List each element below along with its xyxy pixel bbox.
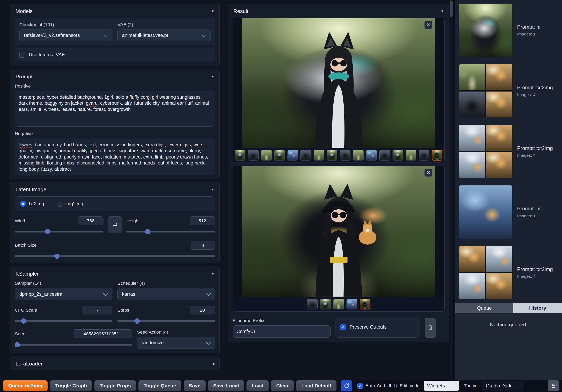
result-image-2[interactable]: ✕ xyxy=(242,166,435,297)
gallery-thumbnail[interactable] xyxy=(274,150,285,160)
gallery-thumbnail[interactable] xyxy=(261,150,272,160)
use-internal-vae-checkbox[interactable] xyxy=(19,52,25,58)
swap-dimensions-button[interactable]: ⇄ xyxy=(108,216,122,233)
history-item[interactable]: Prompt: txt2img Images: 4 xyxy=(455,121,562,182)
seed-slider[interactable] xyxy=(15,342,132,347)
seed-slider-thumb[interactable] xyxy=(14,342,20,347)
lock-ui-button[interactable] xyxy=(548,380,559,392)
ui-edit-mode-select[interactable]: Widgets xyxy=(424,381,459,391)
history-thumbnail[interactable] xyxy=(459,246,512,299)
batch-size-slider[interactable] xyxy=(15,254,215,259)
txt2img-radio[interactable] xyxy=(20,201,26,207)
seed-action-select[interactable]: randomize xyxy=(137,337,215,349)
history-item[interactable]: Prompt: hr Images: 1 xyxy=(455,182,562,242)
checkpoint-select[interactable]: refslaveV2_v2.safetensors xyxy=(19,30,112,41)
gallery-thumbnail[interactable] xyxy=(379,150,390,160)
cfg-scale-slider-thumb[interactable] xyxy=(21,319,26,324)
queue-txt2img-button[interactable]: Queue txt2img xyxy=(3,380,48,391)
history-thumbnail[interactable] xyxy=(459,4,512,57)
preserve-outputs-checkbox[interactable]: ✓ xyxy=(340,324,346,330)
gallery-thumbnail[interactable] xyxy=(347,299,357,309)
vertical-scrollbar[interactable] xyxy=(450,0,453,380)
gallery-thumbnail[interactable] xyxy=(248,150,258,160)
ui-edit-mode-label: UI Edit mode xyxy=(394,383,420,388)
batch-size-slider-thumb[interactable] xyxy=(54,254,59,259)
gallery-thumbnail[interactable] xyxy=(366,150,377,160)
gallery-thumbnail[interactable] xyxy=(307,299,317,309)
img2img-radio[interactable] xyxy=(57,201,62,207)
result-image-1[interactable]: ✕ xyxy=(242,18,435,148)
toolbar-button[interactable]: Save Local xyxy=(208,380,244,391)
close-image-button[interactable]: ✕ xyxy=(424,169,433,177)
collapse-caret-icon[interactable]: ▼ xyxy=(211,188,214,191)
cfg-scale-input[interactable] xyxy=(82,306,112,314)
collapse-caret-icon[interactable]: ▼ xyxy=(211,75,214,79)
steps-input[interactable] xyxy=(190,306,215,314)
collapse-caret-icon[interactable]: ▼ xyxy=(211,272,214,276)
latent-image-panel-header[interactable]: Latent Image ▼ xyxy=(15,186,215,196)
toolbar-button[interactable]: Toggle Graph xyxy=(50,380,92,391)
history-item[interactable]: Prompt: hr Images: 1 xyxy=(455,0,562,61)
models-panel-header[interactable]: Models ▼ xyxy=(15,8,215,18)
collapse-caret-icon[interactable]: ▼ xyxy=(211,9,214,13)
ksampler-panel-header[interactable]: KSampler ▼ xyxy=(15,270,215,281)
gallery-thumbnail[interactable] xyxy=(320,299,331,309)
toolbar-button[interactable]: Clear xyxy=(271,380,294,391)
steps-slider[interactable] xyxy=(117,319,215,324)
auto-add-ui-checkbox[interactable]: ✓ xyxy=(357,383,363,388)
collapse-caret-icon[interactable]: ◀ xyxy=(212,362,214,366)
height-slider[interactable] xyxy=(126,229,215,234)
steps-slider-thumb[interactable] xyxy=(135,319,140,324)
loraloader-panel-header[interactable]: LoraLoader ◀ xyxy=(15,360,215,368)
positive-prompt-textarea[interactable]: masterpiece, hyper detailed background, … xyxy=(15,91,215,127)
cfg-scale-slider[interactable] xyxy=(15,319,112,324)
gallery-thumbnail[interactable] xyxy=(419,150,429,160)
history-thumbnail[interactable] xyxy=(459,185,512,239)
sampler-select[interactable]: dpmpp_2s_ancestral xyxy=(15,288,112,300)
history-item[interactable]: Prompt: txt2img Images: 4 xyxy=(455,61,562,121)
gallery-thumbnail[interactable] xyxy=(287,150,298,160)
toolbar-button[interactable]: Load Default xyxy=(296,380,337,391)
toolbar-button[interactable]: Load xyxy=(246,380,269,391)
toolbar-button[interactable]: Toggle Props xyxy=(94,380,136,391)
gallery-thumbnail[interactable] xyxy=(340,150,351,160)
width-slider[interactable] xyxy=(15,229,104,234)
gallery-thumbnail[interactable] xyxy=(314,150,324,160)
gallery-thumbnail[interactable] xyxy=(333,299,344,309)
height-input[interactable] xyxy=(190,216,215,225)
result-panel-header[interactable]: Result ▼ xyxy=(233,8,445,18)
gallery-thumbnail[interactable] xyxy=(393,150,403,160)
scheduler-select[interactable]: karras xyxy=(117,288,215,300)
height-slider-thumb[interactable] xyxy=(145,229,150,234)
gallery-thumbnail[interactable] xyxy=(235,150,246,160)
history-thumbnail[interactable] xyxy=(459,64,512,118)
batch-size-input[interactable] xyxy=(191,241,215,250)
toolbar-button[interactable]: Toggle Queue xyxy=(138,380,181,391)
collapse-caret-icon[interactable]: ▼ xyxy=(441,9,444,13)
gallery-thumbnail[interactable] xyxy=(327,150,337,160)
gallery-thumbnail[interactable] xyxy=(300,150,311,160)
width-slider-thumb[interactable] xyxy=(45,229,50,234)
filename-prefix-input[interactable] xyxy=(233,325,330,337)
gallery-thumbnail[interactable] xyxy=(353,150,364,160)
delete-outputs-button[interactable] xyxy=(425,318,436,338)
width-input[interactable] xyxy=(78,216,104,225)
seed-input[interactable] xyxy=(73,329,132,338)
theme-select[interactable]: Gradio Dark xyxy=(482,381,524,391)
toolbar-button[interactable]: Save xyxy=(184,380,206,391)
negative-prompt-textarea[interactable]: lowres, bad anatomy, bad hands, text, er… xyxy=(15,139,215,174)
gallery-thumbnail[interactable] xyxy=(432,150,442,160)
mode-img2img-option[interactable]: img2img xyxy=(57,201,83,207)
history-item[interactable]: Prompt: txt2img Images: 4 xyxy=(455,242,562,303)
refresh-ui-button[interactable] xyxy=(341,380,352,392)
gallery-thumbnail[interactable] xyxy=(406,150,416,160)
history-thumbnail[interactable] xyxy=(459,125,512,178)
scrollbar-thumb[interactable] xyxy=(450,1,453,17)
tab-history[interactable]: History xyxy=(513,303,562,313)
mode-txt2img-option[interactable]: txt2img xyxy=(20,201,44,207)
close-image-button[interactable]: ✕ xyxy=(424,21,433,29)
tab-queue[interactable]: Queue xyxy=(455,303,513,313)
vae-select[interactable]: animefull-latest.vae.pt xyxy=(117,30,211,41)
prompt-panel-header[interactable]: Prompt ▼ xyxy=(15,73,215,83)
gallery-thumbnail[interactable] xyxy=(360,299,370,309)
